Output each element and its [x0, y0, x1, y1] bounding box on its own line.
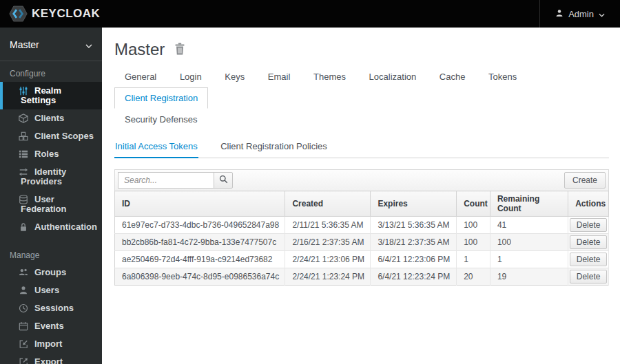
user-menu-label: Admin [568, 9, 594, 19]
sidebar-section-manage: Manage [0, 243, 102, 264]
exchange-arrows-icon [19, 167, 28, 179]
cell-expires: 6/4/21 12:23:06 PM [371, 251, 457, 268]
lock-icon [19, 222, 28, 234]
column-header-remaining-count: Remaining Count [490, 191, 568, 217]
cell-expires: 3/13/21 5:36:35 AM [371, 217, 457, 234]
column-header-count: Count [457, 191, 490, 217]
sidebar-item-label: Clients [34, 113, 64, 123]
sidebar: Master Configure [0, 28, 102, 364]
chevron-down-icon [599, 9, 605, 19]
column-header-actions: Actions [568, 191, 609, 217]
cell-remaining-count: 1 [490, 251, 568, 268]
table-row: 61e97ec7-d733-4dbc-b736-049652847a98 2/1… [115, 217, 609, 234]
search-button[interactable] [214, 172, 233, 189]
sidebar-item-label: Export [34, 356, 63, 364]
cell-expires: 6/4/21 12:23:24 PM [371, 268, 457, 286]
page-title: Master [114, 40, 165, 59]
subtab-client-registration-policies[interactable]: Client Registration Policies [220, 136, 328, 157]
sidebar-nav-manage: Groups Users [0, 264, 102, 364]
cell-created: 2/24/21 1:23:06 PM [285, 251, 371, 268]
realm-selector-value: Master [10, 39, 39, 50]
list-icon [19, 149, 28, 161]
cell-id: 61e97ec7-d733-4dbc-b736-049652847a98 [115, 217, 285, 234]
delete-button[interactable]: Delete [570, 218, 607, 232]
tab-cache[interactable]: Cache [429, 66, 476, 87]
table-row: bb2cb86b-fa81-4c72-9bba-133e7477507c 2/1… [115, 234, 609, 251]
tab-general[interactable]: General [114, 66, 167, 87]
sidebar-item-label: Events [34, 321, 64, 331]
sidebar-item-label: Sessions [34, 303, 74, 313]
search-input[interactable] [118, 172, 214, 189]
import-icon [19, 339, 28, 351]
user-menu-admin[interactable]: Admin [539, 0, 620, 28]
subtab-initial-access-tokens[interactable]: Initial Access Tokens [114, 136, 198, 158]
delete-realm-button[interactable] [174, 43, 185, 57]
sidebar-item-label: Groups [34, 267, 66, 277]
sidebar-item-roles[interactable]: Roles [0, 145, 102, 163]
user-icon [555, 9, 564, 19]
sidebar-item-sessions[interactable]: Sessions [0, 299, 102, 317]
sidebar-item-client-scopes[interactable]: Client Scopes [0, 127, 102, 145]
tab-login[interactable]: Login [169, 66, 212, 87]
sidebar-item-export[interactable]: Export [0, 353, 102, 364]
sidebar-section-configure: Configure [0, 61, 102, 82]
cube-icon [19, 114, 28, 125]
cell-id: bb2cb86b-fa81-4c72-9bba-133e7477507c [115, 234, 285, 251]
cell-created: 2/24/21 1:23:24 PM [285, 268, 371, 286]
tab-keys[interactable]: Keys [214, 66, 255, 87]
sidebar-item-realm-settings[interactable]: Realm Settings [0, 82, 102, 109]
users-icon [19, 268, 28, 279]
sidebar-item-label: Roles [34, 149, 59, 159]
table-toolbar: Create [114, 169, 609, 191]
cell-count: 20 [457, 268, 490, 286]
main-content: Master General Login Keys E [102, 28, 620, 364]
table-row: 6a806398-9eeb-474c-8d95-e0986536a74c 2/2… [115, 268, 609, 286]
tab-localization[interactable]: Localization [359, 66, 427, 87]
realm-tabs-row-2: Security Defenses [114, 109, 609, 130]
tab-tokens[interactable]: Tokens [478, 66, 527, 87]
clock-icon [19, 303, 28, 315]
cell-id: ae250469-72d4-4fff-919a-c9214ed73682 [115, 251, 285, 268]
sidebar-item-events[interactable]: Events [0, 317, 102, 335]
search-icon [219, 175, 228, 186]
sidebar-item-user-federation[interactable]: User Federation [0, 191, 102, 218]
cell-remaining-count: 100 [490, 234, 568, 251]
tab-themes[interactable]: Themes [303, 66, 356, 87]
sidebar-item-import[interactable]: Import [0, 335, 102, 353]
sidebar-item-users[interactable]: Users [0, 281, 102, 299]
cell-expires: 3/18/21 2:37:35 AM [371, 234, 457, 251]
calendar-icon [19, 321, 28, 333]
sidebar-item-label: Client Scopes [34, 131, 94, 141]
database-icon [19, 195, 28, 206]
column-header-expires: Expires [371, 191, 457, 217]
delete-button[interactable]: Delete [570, 253, 607, 266]
export-icon [19, 357, 28, 364]
realm-selector[interactable]: Master [0, 28, 102, 61]
tab-security-defenses[interactable]: Security Defenses [114, 109, 208, 130]
sidebar-item-identity-providers[interactable]: Identity Providers [0, 163, 102, 191]
keycloak-logo[interactable]: KEYCLOAK [0, 6, 100, 22]
cell-remaining-count: 19 [490, 268, 568, 286]
cell-remaining-count: 41 [490, 217, 568, 234]
delete-button[interactable]: Delete [570, 270, 607, 283]
tab-client-registration[interactable]: Client Registration [114, 87, 208, 109]
logo-text: KEYCLOAK [32, 7, 100, 21]
sidebar-item-label: Authentication [34, 222, 97, 232]
sidebar-item-groups[interactable]: Groups [0, 264, 102, 281]
cubes-icon [19, 131, 28, 143]
sidebar-nav-configure: Realm Settings Clients [0, 82, 102, 236]
table-row: ae250469-72d4-4fff-919a-c9214ed73682 2/2… [115, 251, 609, 268]
delete-button[interactable]: Delete [570, 235, 607, 249]
create-button[interactable]: Create [564, 172, 606, 189]
tab-email[interactable]: Email [258, 66, 301, 87]
keycloak-hexagon-icon [9, 6, 28, 22]
sidebar-item-authentication[interactable]: Authentication [0, 218, 102, 236]
realm-tabs-row-1: General Login Keys Email Themes Localiza… [114, 66, 609, 109]
table-header-row: ID Created Expires Count Remaining Count… [115, 191, 609, 217]
cell-count: 100 [457, 217, 490, 234]
sidebar-item-clients[interactable]: Clients [0, 109, 102, 127]
cell-created: 2/11/21 5:36:35 AM [285, 217, 371, 234]
sidebar-item-label: Import [34, 339, 62, 349]
client-registration-subtabs: Initial Access Tokens Client Registratio… [114, 136, 609, 158]
initial-access-tokens-table: ID Created Expires Count Remaining Count… [114, 191, 609, 286]
